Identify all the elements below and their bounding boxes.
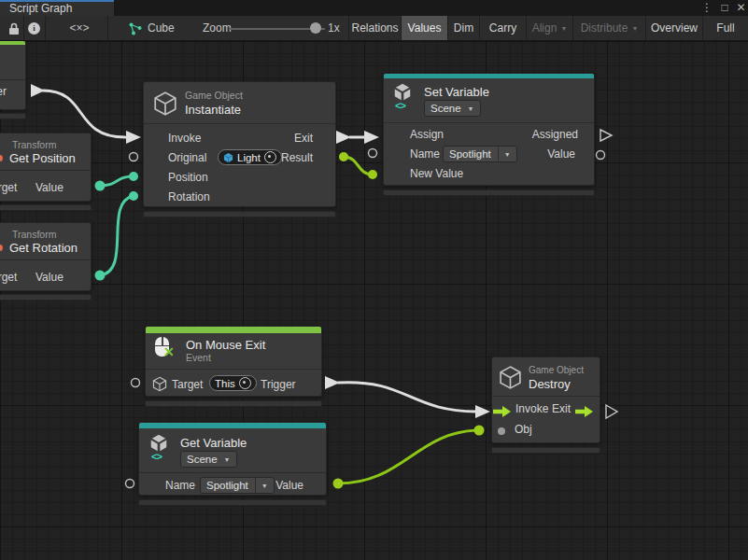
object-picker-icon[interactable] [264,151,276,163]
dim-button[interactable]: Dim [447,16,479,40]
window-menu-icon[interactable]: ⋮ [700,0,713,16]
wire-trigger-to-destroy-invoke[interactable] [338,383,478,412]
object-field-value: Light [237,152,261,163]
code-view-icon[interactable]: <×> [64,16,95,40]
port-label-exit: Exit [552,402,571,415]
port-name-in-getvariable[interactable] [126,480,134,488]
wire-getrotation-to-rotation[interactable] [100,196,134,275]
original-object-field[interactable]: Light [218,149,282,165]
window-maximize-icon[interactable]: □ [717,0,732,16]
node-footer [383,189,595,196]
port-label-invoke: Invoke [515,402,548,415]
tab-script-graph[interactable]: Script Graph [0,0,114,16]
graph-breadcrumb[interactable]: Cube [148,16,175,40]
port-assigned-out-setvariable[interactable] [600,130,612,141]
toolbar: i <×> Cube Zoom 1x Relations Values Dim … [0,16,748,41]
node-separator [139,472,326,473]
node-get-rotation[interactable]: Transform Get Rotation Target Value [0,222,92,291]
port-trigger-out-clipped[interactable] [31,84,45,97]
relations-button[interactable]: Relations [348,16,401,40]
port-label-trigger: Trigger [0,85,7,98]
wires-layer [0,41,748,560]
object-picker-icon[interactable] [239,377,251,389]
port-label-value: Value [547,147,575,161]
port-label-target: Target [0,181,17,194]
target-object-field[interactable]: This [209,375,257,391]
port-newvalue-in-setvariable[interactable] [368,170,377,179]
unity-logo-icon [148,434,169,453]
overview-button[interactable]: Overview [645,16,702,40]
port-label-target: Target [172,378,203,391]
node-get-variable[interactable]: <> Get Variable Scene▼ Name Spotlight ▼ … [138,422,327,496]
full-screen-button[interactable]: Full Screen [702,16,748,40]
node-separator [146,369,321,370]
transform-icon [0,155,3,161]
node-get-position[interactable]: Transform Get Position Target Value [0,133,92,202]
node-on-mouse-exit[interactable]: ✕ On Mouse Exit Event Target This Trigge… [145,326,322,397]
node-category: Transform [12,139,56,150]
variable-name-dropdown[interactable]: Spotlight ▼ [200,477,275,494]
port-value-out-setvariable[interactable] [597,151,605,160]
node-instantiate[interactable]: Game Object Instantiate Invoke Exit Orig… [143,81,336,207]
info-icon[interactable]: i [28,22,40,35]
port-result-out-instantiate[interactable] [339,152,348,161]
graph-canvas[interactable]: Trigger Transform Get Position Target Va… [0,41,748,560]
event-accent-bar [0,41,25,45]
zoom-slider-handle[interactable] [310,22,321,34]
port-invoke-in-instantiate[interactable] [126,131,141,144]
port-value-out-getposition[interactable] [95,181,106,191]
port-rotation-in-instantiate[interactable] [129,191,138,201]
port-label-rotation: Rotation [168,190,210,203]
tab-title: Script Graph [9,2,72,15]
wire-getvariable-to-obj[interactable] [338,430,479,483]
port-original-in-instantiate[interactable] [130,153,138,161]
chevron-down-icon: ▼ [560,25,567,32]
variable-scope-dropdown[interactable]: Scene▼ [424,100,481,117]
node-separator [0,79,25,80]
port-target-in-onmouseexit[interactable] [132,379,140,387]
port-label-trigger: Trigger [261,378,296,391]
port-value-out-getrotation[interactable] [95,271,106,281]
values-button[interactable]: Values [401,16,447,40]
port-label-original: Original [168,151,206,164]
port-invoke-in-destroy[interactable] [475,405,490,418]
carry-button[interactable]: Carry [479,16,526,40]
node-destroy[interactable]: Game Object Destroy Invoke Exit Obj [491,357,600,443]
port-label-name: Name [165,479,195,492]
port-position-in-instantiate[interactable] [129,172,138,181]
chevron-down-icon: ▼ [261,483,268,489]
node-subtitle: Event [186,352,211,363]
window-close-icon[interactable]: ✕ [734,0,748,16]
title-bar: Script Graph ⋮ □ ✕ [0,0,748,16]
node-separator [0,170,91,171]
variable-scope-dropdown[interactable]: Scene▼ [180,451,237,468]
wire-result-to-newvalue[interactable] [344,157,373,175]
node-set-variable[interactable]: <> Set Variable Scene▼ Assign Assigned N… [383,73,595,186]
node-footer [0,294,92,301]
align-button[interactable]: Align▼ [526,16,572,40]
port-trigger-out-onmouseexit[interactable] [325,376,340,389]
lock-icon[interactable] [8,22,20,35]
port-label-obj: Obj [515,423,532,436]
node-footer [491,447,600,454]
port-name-in-setvariable[interactable] [369,149,377,158]
port-obj-in-destroy-external[interactable] [474,426,485,436]
variable-name-dropdown[interactable]: Spotlight ▼ [443,146,517,162]
port-exit-out-instantiate[interactable] [336,131,351,144]
game-object-cube-icon [499,365,522,390]
x-mark-icon: ✕ [163,345,175,358]
chevron-down-icon: ▼ [504,151,511,158]
node-title: Get Variable [180,436,247,450]
port-label-new-value: New Value [410,167,463,180]
node-title: Set Variable [424,85,489,99]
port-value-out-getvariable[interactable] [333,479,344,489]
node-category: Game Object [529,365,584,375]
node-clipped-event[interactable]: Trigger [0,41,26,110]
port-assign-in-setvariable[interactable] [364,131,379,144]
port-exit-out-destroy-external[interactable] [606,405,617,418]
distribute-button[interactable]: Distribute▼ [572,16,645,40]
variable-accent-bar [139,423,326,428]
wire-getposition-to-position[interactable] [100,176,134,186]
port-label-name: Name [410,147,440,161]
wire-trigger-to-invoke[interactable] [43,91,125,137]
